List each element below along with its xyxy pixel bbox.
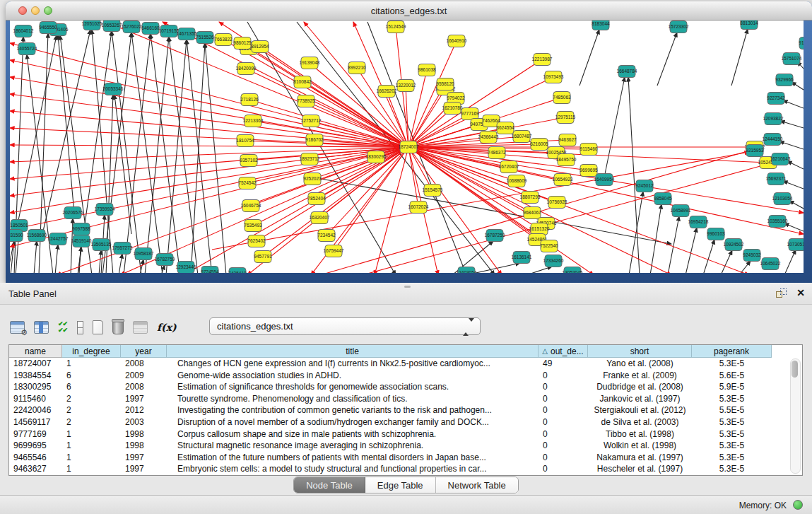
row-height-icon[interactable] bbox=[77, 321, 83, 334]
cell-short[interactable]: Tibbo et al. (1998) bbox=[588, 428, 692, 440]
select-columns-icon[interactable]: ✔✔✔✔ bbox=[58, 321, 68, 334]
cell-title[interactable]: Structural magnetic resonance image aver… bbox=[167, 440, 539, 452]
table-column-icon[interactable] bbox=[34, 321, 49, 334]
function-builder-icon[interactable]: f(x) bbox=[157, 322, 177, 333]
network-node[interactable]: 7663822 bbox=[214, 34, 233, 46]
network-node[interactable]: 16720407 bbox=[499, 161, 519, 173]
network-edge[interactable] bbox=[99, 250, 101, 273]
cell-out_degree[interactable]: 0 bbox=[539, 452, 588, 464]
cell-out_degree[interactable]: 0 bbox=[539, 381, 588, 393]
network-node[interactable]: 14055724 bbox=[17, 43, 37, 55]
network-edge[interactable] bbox=[731, 29, 748, 86]
network-node[interactable]: 18807293 bbox=[520, 192, 541, 204]
network-node[interactable]: 20053346 bbox=[103, 83, 124, 95]
network-node[interactable]: 8813014 bbox=[740, 21, 758, 30]
network-node[interactable]: 7425410 bbox=[228, 268, 247, 274]
cell-year[interactable]: 2003 bbox=[121, 416, 167, 428]
network-edge[interactable] bbox=[703, 240, 714, 273]
cell-out_degree[interactable]: 0 bbox=[539, 440, 588, 452]
network-node[interactable]: 2718126 bbox=[240, 94, 259, 106]
network-node[interactable]: 7635493 bbox=[244, 220, 262, 232]
network-node[interactable]: 10756928 bbox=[547, 197, 567, 209]
cell-year[interactable]: 1997 bbox=[121, 393, 167, 405]
network-node[interactable]: 10653267 bbox=[102, 21, 122, 32]
table-select-dropdown[interactable]: citations_edges.txt bbox=[209, 317, 481, 335]
network-node[interactable]: 9860125 bbox=[233, 37, 252, 49]
cell-name[interactable]: 9463627 bbox=[9, 463, 62, 475]
network-node[interactable]: 7515526 bbox=[196, 32, 214, 44]
column-header-pagerank[interactable]: pagerank bbox=[692, 345, 772, 358]
cell-out_degree[interactable]: 0 bbox=[539, 393, 588, 405]
cell-short[interactable]: Franke et al. (2009) bbox=[588, 370, 692, 382]
cell-pagerank[interactable]: 5.5E-5 bbox=[692, 404, 772, 416]
table-row[interactable]: 2242004622012Investigating the contribut… bbox=[9, 404, 802, 416]
close-panel-icon[interactable]: ✕ bbox=[796, 287, 805, 298]
network-node[interactable]: 9699695 bbox=[579, 165, 598, 177]
network-node[interactable]: 19139048 bbox=[300, 57, 320, 69]
network-node[interactable]: 10973493 bbox=[543, 71, 564, 83]
network-edge[interactable] bbox=[55, 245, 58, 273]
cell-short[interactable]: Wolkin et al. (1998) bbox=[588, 440, 692, 452]
cell-pagerank[interactable]: 5.3E-5 bbox=[692, 452, 772, 464]
network-node[interactable]: 16807487 bbox=[512, 131, 532, 143]
cell-name[interactable]: 14569117 bbox=[9, 416, 62, 428]
table-row[interactable]: 1872400712008Changes of HCN gene express… bbox=[9, 358, 802, 370]
column-header-in_degree[interactable]: in_degree bbox=[62, 345, 121, 358]
column-header-year[interactable]: year bbox=[121, 345, 167, 358]
network-node[interactable]: 8100842 bbox=[293, 76, 312, 88]
network-edge[interactable] bbox=[783, 100, 804, 108]
network-node[interactable]: 7486372 bbox=[488, 147, 506, 159]
cell-short[interactable]: Stergiakouli et al. (2012) bbox=[588, 404, 692, 416]
network-node[interactable]: 24366443 bbox=[478, 132, 499, 144]
network-node[interactable]: 12923446 bbox=[176, 262, 196, 274]
cell-in_degree[interactable]: 6 bbox=[62, 381, 121, 393]
network-node[interactable]: 16136141 bbox=[512, 252, 532, 264]
cell-title[interactable]: Estimation of significance thresholds fo… bbox=[167, 381, 539, 393]
network-edge[interactable] bbox=[114, 95, 131, 234]
cell-title[interactable]: Corpus callosum shape and size in male p… bbox=[167, 428, 539, 440]
network-node[interactable]: 16409954 bbox=[594, 174, 615, 186]
network-node[interactable]: 9252023 bbox=[303, 173, 322, 185]
network-node[interactable]: 12442757 bbox=[48, 233, 69, 245]
cell-pagerank[interactable]: 5.3E-5 bbox=[692, 393, 772, 405]
network-edge[interactable] bbox=[10, 43, 408, 147]
network-edge[interactable] bbox=[10, 60, 408, 147]
network-node[interactable]: 10458991 bbox=[671, 205, 691, 217]
network-node[interactable]: 9121004 bbox=[799, 37, 804, 49]
cell-in_degree[interactable]: 1 bbox=[62, 358, 121, 370]
network-edge[interactable] bbox=[783, 181, 804, 189]
cell-out_degree[interactable]: 0 bbox=[539, 404, 588, 416]
network-node[interactable]: 9215953 bbox=[746, 145, 764, 157]
cell-pagerank[interactable]: 5.6E-5 bbox=[692, 370, 772, 382]
cell-in_degree[interactable]: 1 bbox=[62, 463, 121, 475]
cell-out_degree[interactable]: 0 bbox=[539, 370, 588, 382]
network-edge[interactable] bbox=[34, 241, 37, 273]
network-node[interactable]: 16046758 bbox=[241, 200, 261, 212]
network-edge[interactable] bbox=[10, 147, 408, 213]
network-node[interactable]: 3624554 bbox=[496, 122, 514, 134]
network-node[interactable]: 9329966 bbox=[775, 74, 794, 86]
network-node[interactable]: 17957273 bbox=[112, 243, 133, 255]
cell-pagerank[interactable]: 5.9E-5 bbox=[692, 381, 772, 393]
network-edge[interactable] bbox=[304, 22, 408, 147]
network-node[interactable]: 16759447 bbox=[324, 245, 344, 257]
cell-in_degree[interactable]: 2 bbox=[62, 416, 121, 428]
network-edge[interactable] bbox=[246, 69, 408, 147]
table-row[interactable]: 1938455462009Genome-wide association stu… bbox=[9, 370, 802, 382]
network-node[interactable]: 9858045 bbox=[654, 193, 672, 205]
network-node[interactable]: 18300295 bbox=[366, 151, 387, 163]
cell-title[interactable]: Embryonic stem cells: a model to study s… bbox=[167, 463, 539, 475]
network-node[interactable]: 18604012 bbox=[13, 25, 34, 37]
column-header-title[interactable]: title bbox=[167, 345, 539, 358]
network-node[interactable]: 16210780 bbox=[442, 103, 463, 115]
cell-name[interactable]: 18724007 bbox=[9, 358, 62, 370]
cell-out_degree[interactable]: 0 bbox=[539, 416, 588, 428]
cell-name[interactable]: 9465546 bbox=[9, 452, 62, 464]
network-node[interactable]: 9245012 bbox=[635, 180, 654, 192]
cell-in_degree[interactable]: 1 bbox=[62, 452, 121, 464]
network-node[interactable]: 16072024 bbox=[408, 201, 429, 214]
network-node[interactable]: 12051025 bbox=[82, 21, 102, 30]
cell-short[interactable]: Yano et al. (2008) bbox=[588, 358, 692, 370]
network-node[interactable]: 18420099 bbox=[236, 63, 257, 75]
network-node[interactable]: 16648784 bbox=[617, 66, 637, 78]
